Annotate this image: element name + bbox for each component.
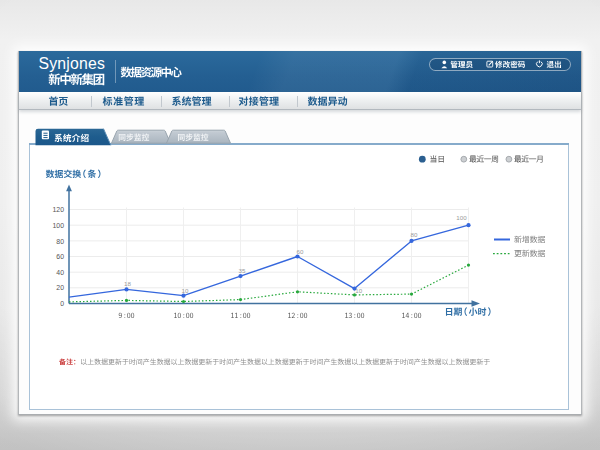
svg-text:0: 0 — [60, 300, 64, 307]
svg-text:60: 60 — [297, 248, 304, 255]
svg-text:100: 100 — [53, 222, 65, 229]
svg-text:60: 60 — [56, 253, 64, 260]
svg-text:Synjones: Synjones — [39, 55, 106, 72]
svg-text:10: 10 — [182, 287, 189, 294]
svg-text:120: 120 — [53, 206, 65, 213]
svg-text:100: 100 — [456, 214, 467, 221]
svg-text:20: 20 — [56, 284, 64, 291]
svg-text:80: 80 — [56, 238, 64, 245]
svg-text:35: 35 — [239, 267, 246, 274]
svg-text:10: 10 — [355, 287, 362, 294]
svg-text:80: 80 — [411, 231, 418, 238]
svg-text:18: 18 — [124, 280, 131, 287]
svg-text:40: 40 — [56, 269, 64, 276]
